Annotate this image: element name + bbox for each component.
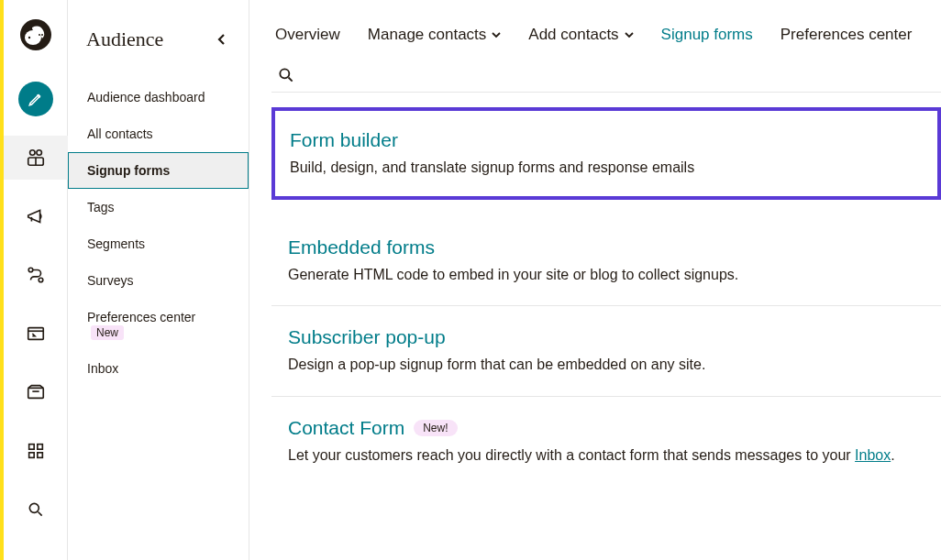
sidebar-item-preferences-center[interactable]: Preferences center New [68, 299, 249, 350]
tab-label: Manage contacts [368, 26, 486, 44]
rail-integrations[interactable] [4, 429, 68, 473]
window-icon [26, 324, 46, 344]
tab-overview[interactable]: Overview [275, 26, 340, 44]
card-desc: Let your customers reach you directly wi… [288, 445, 924, 466]
audience-icon [26, 148, 46, 168]
tab-label: Overview [275, 26, 340, 44]
rail-website[interactable] [4, 312, 68, 356]
chevron-down-icon [492, 31, 501, 38]
sidebar-title: Audience [86, 27, 163, 51]
sidebar-item-all-contacts[interactable]: All contacts [68, 115, 249, 152]
sidebar-item-label: Inbox [87, 361, 118, 376]
rail-create[interactable] [4, 77, 68, 121]
svg-rect-16 [28, 445, 34, 450]
svg-point-11 [39, 278, 43, 282]
sidebar-item-surveys[interactable]: Surveys [68, 262, 249, 299]
svg-point-3 [28, 37, 29, 38]
content-icon [26, 382, 46, 402]
new-badge: New! [414, 420, 457, 436]
chevron-down-icon [625, 31, 634, 38]
sidebar-item-label: Audience dashboard [87, 90, 205, 104]
search-button[interactable] [277, 66, 295, 84]
svg-point-22 [280, 69, 289, 78]
tab-manage-contacts[interactable]: Manage contacts [368, 26, 501, 44]
rail-automations[interactable] [4, 253, 68, 297]
rail-search[interactable] [4, 488, 68, 532]
tab-bar: Overview Manage contacts Add contacts Si… [271, 26, 941, 44]
tab-label: Preferences center [780, 26, 913, 44]
card-desc: Build, design, and translate signup form… [290, 157, 923, 178]
freddie-icon [19, 18, 52, 51]
svg-point-5 [41, 34, 43, 36]
new-badge: New [91, 325, 124, 340]
card-embedded-forms[interactable]: Embedded forms Generate HTML code to emb… [271, 216, 941, 306]
card-title: Form builder [290, 129, 923, 151]
search-icon [27, 500, 45, 519]
sidebar-header: Audience [68, 0, 249, 79]
svg-point-10 [28, 268, 33, 272]
tab-add-contacts[interactable]: Add contacts [528, 26, 633, 44]
card-desc-prefix: Let your customers reach you directly wi… [288, 447, 855, 463]
card-desc-suffix: . [891, 447, 894, 463]
sidebar-item-segments[interactable]: Segments [68, 225, 249, 262]
search-row [271, 66, 941, 93]
sidebar-item-label: Segments [87, 236, 145, 251]
card-title: Contact Form [288, 417, 404, 439]
card-title: Subscriber pop-up [288, 326, 924, 348]
sidebar-item-label: Surveys [87, 273, 134, 288]
tab-label: Add contacts [528, 26, 618, 44]
rail-campaigns[interactable] [4, 194, 68, 238]
card-title: Embedded forms [288, 236, 924, 258]
card-desc: Design a pop-up signup form that can be … [288, 354, 924, 375]
sidebar: Audience Audience dashboard All contacts… [68, 0, 249, 560]
card-subscriber-popup[interactable]: Subscriber pop-up Design a pop-up signup… [271, 306, 941, 396]
svg-rect-19 [37, 453, 42, 458]
sidebar-menu: Audience dashboard All contacts Signup f… [68, 79, 249, 387]
icon-rail [4, 0, 68, 560]
sidebar-item-signup-forms[interactable]: Signup forms [68, 152, 249, 189]
rail-content[interactable] [4, 370, 68, 414]
rail-audience[interactable] [4, 136, 68, 180]
svg-line-21 [38, 512, 41, 516]
search-icon [277, 66, 295, 84]
pencil-icon [28, 91, 44, 107]
sidebar-item-audience-dashboard[interactable]: Audience dashboard [68, 79, 249, 115]
sidebar-item-tags[interactable]: Tags [68, 189, 249, 225]
sidebar-item-label: All contacts [87, 126, 153, 141]
svg-rect-17 [37, 445, 42, 450]
card-contact-form[interactable]: Contact Form New! Let your customers rea… [271, 397, 941, 486]
svg-point-4 [39, 34, 40, 36]
grid-icon [26, 441, 46, 461]
svg-point-20 [29, 503, 39, 512]
svg-rect-12 [28, 328, 43, 340]
journey-icon [26, 265, 46, 285]
svg-line-23 [289, 78, 293, 82]
megaphone-icon [26, 206, 46, 226]
svg-rect-14 [28, 388, 43, 398]
collapse-caret-icon[interactable] [217, 33, 230, 46]
mailchimp-logo[interactable] [17, 16, 54, 53]
svg-point-6 [29, 150, 35, 156]
tab-preferences-center[interactable]: Preferences center [780, 26, 913, 44]
svg-rect-18 [28, 453, 34, 458]
card-desc: Generate HTML code to embed in your site… [288, 264, 924, 285]
tab-label: Signup forms [661, 26, 753, 44]
svg-point-7 [36, 150, 40, 156]
inbox-link[interactable]: Inbox [855, 447, 891, 463]
sidebar-item-label: Preferences center [87, 310, 195, 324]
sidebar-item-label: Signup forms [87, 163, 170, 178]
card-list: Form builder Build, design, and translat… [271, 107, 941, 486]
sidebar-item-inbox[interactable]: Inbox [68, 350, 249, 387]
sidebar-item-label: Tags [87, 200, 115, 214]
main-content: Overview Manage contacts Add contacts Si… [271, 0, 941, 560]
tab-signup-forms[interactable]: Signup forms [661, 26, 753, 44]
card-form-builder[interactable]: Form builder Build, design, and translat… [271, 107, 941, 200]
